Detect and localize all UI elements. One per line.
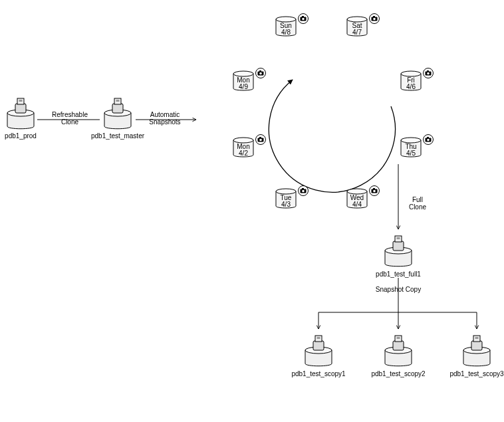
snap-fri-camera-icon <box>424 68 434 78</box>
snap-wed-date: 4/4 <box>345 201 369 208</box>
snap-sat-date: 4/7 <box>345 29 369 36</box>
pdb-scopy3-label: pdb1_test_scopy3 <box>443 370 504 377</box>
pdb-full1-label: pdb1_test_full1 <box>368 270 428 278</box>
pdb-scopy2-label: pdb1_test_scopy2 <box>365 370 432 377</box>
snap-wed-camera-icon <box>370 186 380 196</box>
snap-fri-date: 4/6 <box>399 83 423 90</box>
snap-mon49-date: 4/9 <box>231 83 255 90</box>
pdb-prod-label: pdb1_prod <box>4 132 37 140</box>
snap-tue-date: 4/3 <box>274 201 298 208</box>
snap-mon49-camera-icon <box>256 68 266 78</box>
label-full-clone: Full Clone <box>404 196 431 211</box>
snap-mon42-date: 4/2 <box>231 150 255 157</box>
pdb-full1-icon <box>385 236 412 266</box>
snap-thu-date: 4/5 <box>399 150 423 157</box>
snap-sun-camera-icon <box>299 14 309 24</box>
snap-sun-date: 4/8 <box>274 29 298 36</box>
snap-mon42-camera-icon <box>256 135 266 145</box>
snap-tue-camera-icon <box>299 186 309 196</box>
label-snapshot-copy: Snapshot Copy <box>371 286 426 293</box>
pdb-master-label: pdb1_test_master <box>88 132 148 140</box>
snap-thu-camera-icon <box>424 135 434 145</box>
pdb-scopy2-icon <box>385 336 412 366</box>
pdb-scopy1-label: pdb1_test_scopy1 <box>285 370 352 377</box>
circular-arrow <box>269 80 395 192</box>
diagram-svg <box>0 0 504 422</box>
pdb-prod-icon <box>7 98 34 129</box>
pdb-scopy3-icon <box>463 336 490 366</box>
label-automatic-snapshots: Automatic Snapshots <box>144 111 186 126</box>
pdb-scopy1-icon <box>305 336 332 366</box>
pdb-master-icon <box>104 98 131 129</box>
snap-sat-camera-icon <box>370 14 380 24</box>
label-refreshable-clone: Refreshable Clone <box>48 111 92 126</box>
